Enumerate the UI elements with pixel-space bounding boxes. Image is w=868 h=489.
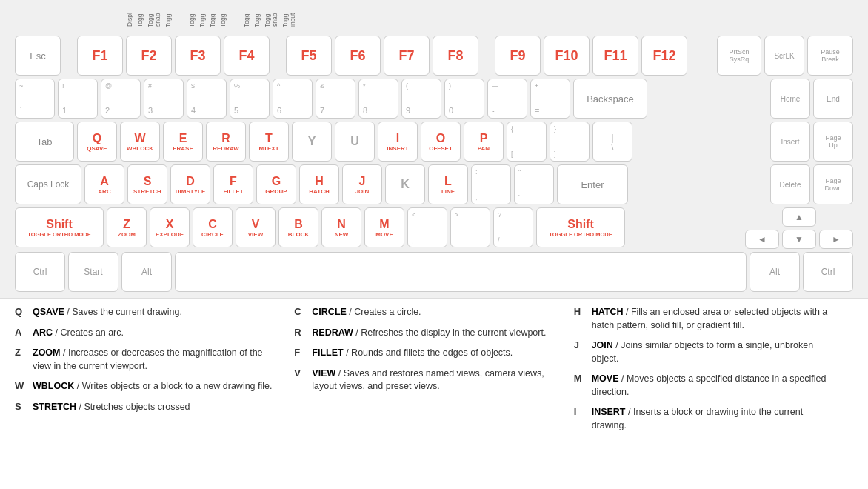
key-arrow-right[interactable]: ►: [819, 230, 853, 249]
key-e[interactable]: E ERASE: [163, 122, 203, 162]
key-shift-left[interactable]: Shift TOGGLE ORTHO MODE: [15, 207, 104, 247]
fn-row: Esc F1 F2 F3 F4 F5 F6 F7 F8 F9 F10 F11 F…: [15, 36, 853, 76]
zxcv-row: Shift TOGGLE ORTHO MODE Z ZOOM X EXPLODE…: [15, 207, 853, 249]
key-y[interactable]: Y: [292, 122, 332, 162]
key-f7[interactable]: F7: [384, 36, 430, 76]
key-f1[interactable]: F1: [77, 36, 123, 76]
key-quote[interactable]: " ': [514, 164, 554, 204]
desc-item-a: A ARC / Creates an arc.: [15, 327, 279, 340]
key-home[interactable]: Home: [770, 79, 810, 119]
key-z[interactable]: Z ZOOM: [107, 207, 147, 247]
key-minus[interactable]: — -: [487, 79, 527, 119]
description-section: Q QSAVE / Saves the current drawing. A A…: [0, 298, 868, 447]
key-semicolon[interactable]: : ;: [471, 164, 511, 204]
key-alt-left[interactable]: Alt: [121, 252, 172, 292]
key-prtscn[interactable]: PrtScn SysRq: [717, 36, 761, 76]
key-delete[interactable]: Delete: [770, 164, 810, 204]
key-enter[interactable]: Enter: [557, 164, 628, 204]
key-scrlk[interactable]: ScrLK: [764, 36, 804, 76]
key-start[interactable]: Start: [68, 252, 118, 292]
top-labels-row: Displ Toggl Toggl snap Toggl Toggl Toggl…: [15, 6, 853, 34]
key-comma[interactable]: < ,: [407, 207, 447, 247]
key-backspace[interactable]: Backspace: [573, 79, 647, 119]
key-7[interactable]: & 7: [316, 79, 355, 119]
desc-item-v: V VIEW / Saves and restores named views,…: [294, 367, 558, 393]
key-w[interactable]: W WBLOCK: [120, 122, 160, 162]
top-label-f10: Toggl: [253, 6, 261, 34]
desc-item-h: H HATCH / Fills an enclosed area or sele…: [574, 306, 838, 332]
key-pause[interactable]: Pause Break: [807, 36, 853, 76]
key-pageup[interactable]: Page Up: [813, 122, 853, 162]
key-slash[interactable]: ? /: [493, 207, 533, 247]
arrow-group: ▲ ◄ ▼ ►: [745, 207, 853, 249]
bottom-row: Ctrl Start Alt Alt Ctrl: [15, 252, 853, 292]
key-h[interactable]: H HATCH: [299, 164, 339, 204]
desc-item-f: F FILLET / Rounds and fillets the edges …: [294, 347, 558, 360]
key-o[interactable]: O OFFSET: [421, 122, 461, 162]
key-bracket-right[interactable]: } ]: [550, 122, 590, 162]
key-f2[interactable]: F2: [126, 36, 172, 76]
key-f5[interactable]: F5: [286, 36, 332, 76]
key-i[interactable]: I INSERT: [378, 122, 418, 162]
key-equals[interactable]: + =: [530, 79, 570, 119]
key-pagedown[interactable]: Page Down: [813, 164, 853, 204]
key-f11[interactable]: F11: [592, 36, 638, 76]
key-alt-right[interactable]: Alt: [750, 252, 800, 292]
key-bracket-left[interactable]: { [: [507, 122, 547, 162]
key-space[interactable]: [175, 252, 747, 292]
key-u[interactable]: U: [335, 122, 375, 162]
key-n[interactable]: N NEW: [321, 207, 361, 247]
key-esc[interactable]: Esc: [15, 36, 61, 76]
key-3[interactable]: # 3: [144, 79, 184, 119]
key-insert[interactable]: Insert: [770, 122, 810, 162]
key-4[interactable]: $ 4: [187, 79, 227, 119]
key-2[interactable]: @ 2: [101, 79, 141, 119]
key-1[interactable]: ! 1: [58, 79, 98, 119]
desc-item-j: J JOIN / Joins similar objects to form a…: [574, 339, 838, 365]
key-j[interactable]: J JOIN: [342, 164, 382, 204]
key-s[interactable]: S STRETCH: [127, 164, 167, 204]
key-b[interactable]: B BLOCK: [278, 207, 318, 247]
key-ctrl-right[interactable]: Ctrl: [803, 252, 853, 292]
key-f8[interactable]: F8: [433, 36, 478, 76]
key-q[interactable]: Q QSAVE: [77, 122, 117, 162]
key-arrow-left[interactable]: ◄: [745, 230, 779, 249]
desc-item-q: Q QSAVE / Saves the current drawing.: [15, 306, 279, 319]
key-backslash[interactable]: | \: [592, 122, 632, 162]
key-f[interactable]: F FILLET: [213, 164, 253, 204]
key-8[interactable]: * 8: [358, 79, 398, 119]
key-arrow-down[interactable]: ▼: [782, 230, 816, 249]
key-9[interactable]: ( 9: [401, 79, 441, 119]
key-end[interactable]: End: [813, 79, 853, 119]
qwerty-row: Tab Q QSAVE W WBLOCK E ERASE R REDRAW T …: [15, 122, 853, 162]
key-v[interactable]: V VIEW: [236, 207, 276, 247]
key-6[interactable]: ^ 6: [273, 79, 313, 119]
key-p[interactable]: P PAN: [464, 122, 504, 162]
key-arrow-up[interactable]: ▲: [782, 207, 816, 227]
key-f4[interactable]: F4: [224, 36, 270, 76]
key-m[interactable]: M MOVE: [364, 207, 404, 247]
key-tab[interactable]: Tab: [15, 122, 74, 162]
key-shift-right[interactable]: Shift TOGGLE ORTHO MODE: [536, 207, 625, 247]
key-c[interactable]: C CIRCLE: [193, 207, 233, 247]
key-tilde[interactable]: ~ `: [15, 79, 55, 119]
key-r[interactable]: R REDRAW: [206, 122, 246, 162]
top-label-f3: Toggl snap: [147, 6, 161, 34]
key-0[interactable]: ) 0: [444, 79, 484, 119]
key-period[interactable]: > .: [450, 207, 490, 247]
key-a[interactable]: A ARC: [84, 164, 124, 204]
key-x[interactable]: X EXPLODE: [150, 207, 190, 247]
key-5[interactable]: % 5: [230, 79, 270, 119]
key-t[interactable]: T MTEXT: [249, 122, 289, 162]
key-k[interactable]: K: [385, 164, 425, 204]
key-f10[interactable]: F10: [544, 36, 590, 76]
key-f9[interactable]: F9: [495, 36, 541, 76]
key-g[interactable]: G GROUP: [256, 164, 296, 204]
key-capslock[interactable]: Caps Lock: [15, 164, 81, 204]
key-f12[interactable]: F12: [641, 36, 687, 76]
key-f3[interactable]: F3: [175, 36, 221, 76]
key-d[interactable]: D DIMSTYLE: [170, 164, 210, 204]
key-f6[interactable]: F6: [335, 36, 381, 76]
key-ctrl-left[interactable]: Ctrl: [15, 252, 65, 292]
key-l[interactable]: L LINE: [428, 164, 468, 204]
